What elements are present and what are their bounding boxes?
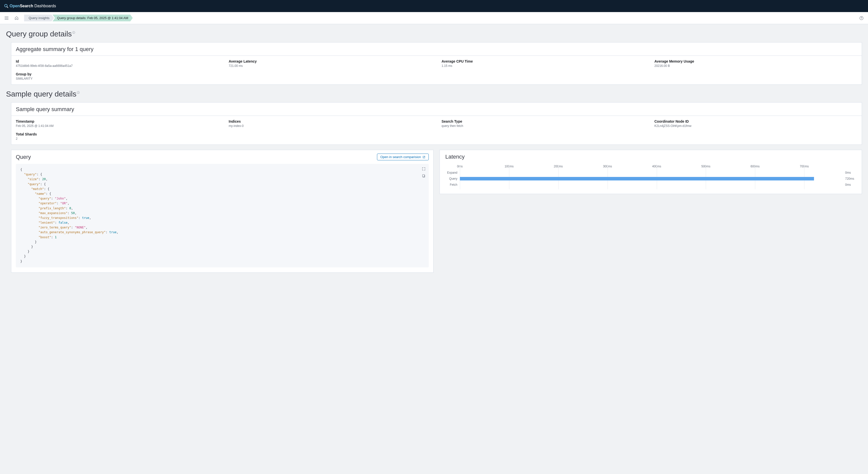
stat-value: 20216.00 B: [654, 64, 858, 68]
stat-label: Average CPU Time: [441, 59, 645, 63]
info-icon[interactable]: ⓘ: [77, 91, 80, 94]
svg-point-2: [861, 19, 862, 19]
stat-value: query then fetch: [441, 124, 645, 128]
app-header: OpenSearch Dashboards: [0, 0, 868, 12]
stat-value: SIMILARITY: [16, 77, 218, 81]
aggregate-panel-title: Aggregate summary for 1 query: [11, 42, 862, 56]
latency-row-query: Query 720ms: [445, 176, 856, 182]
stat-label: Timestamp: [16, 119, 219, 123]
stat-value: K2Ln4jZSS-OihKpm-d1fmw: [654, 124, 858, 128]
latency-panel-title: Latency: [445, 153, 856, 160]
stat-value: 4751b8b6-99eb-4f38-8a5a-aa6698a451a7: [16, 64, 219, 68]
app-logo[interactable]: OpenSearch Dashboards: [4, 4, 56, 8]
stat-avg-latency: Average Latency 721.00 ms: [229, 59, 432, 68]
row-value: 0ms: [844, 183, 856, 186]
query-json-text: { "query": { "size": 20, "query": { "mat…: [20, 167, 424, 264]
breadcrumbs: Query insights Query group details: Feb …: [24, 14, 133, 21]
row-label: Fetch: [445, 183, 460, 186]
stat-label: Coordinator Node ID: [654, 119, 858, 123]
app-title: OpenSearch Dashboards: [9, 4, 56, 8]
stat-label: Search Type: [441, 119, 645, 123]
x-axis-ticks: 0ms100ms200ms300ms400ms500ms600ms700ms: [460, 165, 844, 170]
stat-value: my-index-0: [229, 124, 432, 128]
home-button[interactable]: [12, 14, 21, 22]
row-label: Expand: [445, 171, 460, 174]
info-icon[interactable]: ⓘ: [72, 31, 75, 34]
svg-rect-4: [423, 175, 425, 177]
row-label: Query: [445, 177, 460, 180]
sample-panel-title: Sample query summary: [11, 102, 862, 116]
menu-toggle-button[interactable]: [2, 14, 10, 22]
stat-label: Average Latency: [229, 59, 432, 63]
latency-row-expand: Expand 0ms: [445, 170, 856, 176]
bar-query: [460, 177, 814, 180]
open-in-search-comparison-button[interactable]: Open in search comparision: [377, 153, 429, 160]
stat-value: Feb 05, 2025 @ 1:41:04 AM: [16, 124, 219, 128]
fullscreen-button[interactable]: [421, 166, 427, 172]
stat-label: Total Shards: [16, 132, 218, 136]
query-panel: Query Open in search comparision: [11, 150, 434, 273]
bar-area: [460, 170, 844, 175]
sub-header: Query insights Query group details: Feb …: [0, 12, 868, 24]
stat-search-type: Search Type query then fetch: [441, 119, 645, 128]
stat-indices: Indices my-index-0: [229, 119, 432, 128]
latency-panel: Latency 0ms100ms200ms300ms400ms500ms600m…: [439, 150, 862, 194]
external-link-icon: [423, 155, 426, 158]
stat-label: Average Memory Usage: [654, 59, 858, 63]
stat-label: Id: [16, 59, 219, 63]
stat-group-by: Group by SIMILARITY: [16, 72, 218, 81]
latency-chart: 0ms100ms200ms300ms400ms500ms600ms700ms E…: [445, 165, 856, 188]
aggregate-summary-panel: Aggregate summary for 1 query Id 4751b8b…: [11, 42, 862, 85]
page-title-query-group-details: Query group detailsⓘ: [6, 30, 862, 38]
stat-avg-cpu: Average CPU Time 1.15 ms: [441, 59, 645, 68]
copy-button[interactable]: [421, 173, 427, 179]
stat-value: 721.00 ms: [229, 64, 432, 68]
stat-timestamp: Timestamp Feb 05, 2025 @ 1:41:04 AM: [16, 119, 219, 128]
row-value: 0ms: [844, 171, 856, 174]
stat-id: Id 4751b8b6-99eb-4f38-8a5a-aa6698a451a7: [16, 59, 219, 68]
stat-total-shards: Total Shards 2: [16, 132, 218, 141]
stat-label: Group by: [16, 72, 218, 76]
query-code-block: { "query": { "size": 20, "query": { "mat…: [16, 164, 429, 267]
stat-avg-memory: Average Memory Usage 20216.00 B: [654, 59, 858, 68]
breadcrumb-current: Query group details: Feb 05, 2025 @ 1:41…: [53, 14, 133, 21]
help-button[interactable]: [858, 14, 866, 22]
bar-area: [460, 176, 844, 181]
stat-value: 1.15 ms: [441, 64, 645, 68]
breadcrumb-query-insights[interactable]: Query insights: [24, 14, 54, 21]
row-value: 720ms: [844, 177, 856, 180]
opensearch-logo-icon: [4, 4, 8, 8]
latency-row-fetch: Fetch 0ms: [445, 182, 856, 188]
stat-label: Indices: [229, 119, 432, 123]
page-title-sample-query-details: Sample query detailsⓘ: [6, 90, 862, 98]
stat-coordinator-node: Coordinator Node ID K2Ln4jZSS-OihKpm-d1f…: [654, 119, 858, 128]
stat-value: 2: [16, 137, 218, 141]
bar-area: [460, 182, 844, 187]
sample-query-summary-panel: Sample query summary Timestamp Feb 05, 2…: [11, 102, 862, 145]
query-panel-title: Query: [16, 154, 31, 160]
